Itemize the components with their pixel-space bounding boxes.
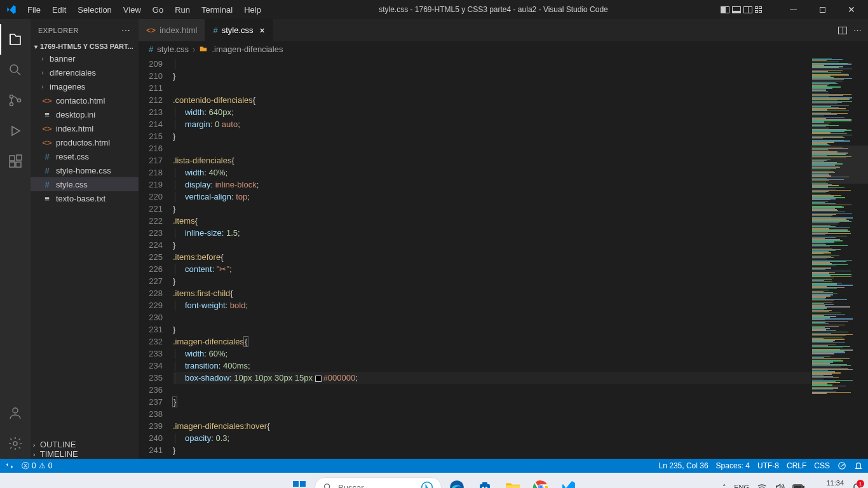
status-eol[interactable]: CRLF — [787, 461, 806, 470]
minimap[interactable] — [811, 57, 868, 459]
svg-rect-19 — [482, 482, 487, 485]
svg-point-8 — [13, 408, 18, 413]
menu-go[interactable]: Go — [147, 3, 168, 17]
activity-explorer-icon[interactable] — [0, 24, 31, 55]
status-notifications-icon[interactable] — [854, 461, 863, 470]
activity-extensions-icon[interactable] — [0, 146, 31, 177]
activity-search-icon[interactable] — [0, 55, 31, 85]
window-close-button[interactable]: ✕ — [839, 0, 864, 19]
project-root-label: 1769-HTML5 Y CSS3 PART... — [40, 43, 133, 50]
outline-label: OUTLINE — [40, 440, 76, 449]
system-tray: ˄ ENG 11:34 28/5/2023 1 — [722, 479, 862, 488]
window-controls: ✕ — [721, 0, 868, 19]
sidebar-explorer: EXPLORER ⋯ ▾ 1769-HTML5 Y CSS3 PART... ›… — [31, 19, 139, 459]
tab-style.css[interactable]: #style.css× — [205, 19, 273, 41]
layout-sidebar-right-icon[interactable] — [743, 6, 752, 13]
status-language[interactable]: CSS — [814, 461, 830, 470]
file-contacto.html[interactable]: <>contacto.html — [31, 93, 139, 107]
activity-accounts-icon[interactable] — [0, 398, 31, 428]
warnings-icon: ⚠ — [39, 461, 46, 470]
wifi-icon[interactable] — [757, 482, 767, 488]
chrome-icon[interactable] — [528, 475, 553, 488]
outline-section[interactable]: › OUTLINE — [31, 440, 139, 449]
status-encoding[interactable]: UTF-8 — [757, 461, 779, 470]
search-icon — [323, 482, 333, 488]
edge-icon[interactable] — [444, 475, 470, 488]
svg-point-15 — [325, 484, 330, 488]
split-editor-icon[interactable] — [838, 27, 847, 34]
svg-rect-12 — [300, 481, 306, 487]
breadcrumb-symbol-icon — [199, 44, 208, 53]
tray-clock[interactable]: 11:34 28/5/2023 — [813, 479, 844, 488]
menu-help[interactable]: Help — [239, 3, 266, 17]
file-index.html[interactable]: <>index.html — [31, 121, 139, 135]
timeline-section[interactable]: › TIMELINE — [31, 449, 139, 459]
file-explorer-icon[interactable] — [500, 475, 526, 488]
taskbar-search[interactable]: Buscar — [315, 477, 442, 488]
code-content[interactable]: │ }.contenido-difenciales{│ width: 640px… — [173, 57, 811, 459]
windows-taskbar: Buscar ˄ ENG 11:34 — [0, 473, 868, 488]
menu-terminal[interactable]: Terminal — [196, 3, 238, 17]
breadcrumb-file-icon: # — [149, 44, 153, 54]
code-editor[interactable]: 2092102112122132142152162172182192202212… — [139, 57, 868, 459]
explorer-more-icon[interactable]: ⋯ — [121, 25, 131, 36]
timeline-label: TIMELINE — [40, 449, 78, 459]
layout-editor-icon[interactable] — [721, 6, 729, 13]
errors-icon: ⓧ — [22, 461, 29, 471]
bing-icon — [421, 481, 433, 488]
menu-bar: FileEditSelectionViewGoRunTerminalHelp — [22, 3, 266, 17]
battery-icon[interactable] — [792, 483, 805, 488]
vscode-taskbar-icon[interactable] — [556, 475, 581, 488]
editor-area: <>index.html#style.css× ⋯ # style.css › … — [139, 19, 868, 459]
file-texto-base.txt[interactable]: ≡texto-base.txt — [31, 191, 139, 205]
file-style.css[interactable]: #style.css — [31, 177, 139, 191]
breadcrumb-file: style.css — [157, 44, 189, 54]
tray-language[interactable]: ENG — [734, 484, 749, 488]
titlebar: FileEditSelectionViewGoRunTerminalHelp s… — [0, 0, 868, 19]
svg-rect-4 — [10, 156, 15, 161]
folder-imagenes[interactable]: ›imagenes — [31, 79, 139, 93]
project-root[interactable]: ▾ 1769-HTML5 Y CSS3 PART... — [31, 41, 139, 51]
file-style-home.css[interactable]: #style-home.css — [31, 163, 139, 177]
window-minimize-button[interactable] — [780, 0, 806, 19]
window-maximize-button[interactable] — [810, 0, 835, 19]
file-productos.html[interactable]: <>productos.html — [31, 135, 139, 149]
menu-view[interactable]: View — [118, 3, 146, 17]
status-cursor[interactable]: Ln 235, Col 36 — [659, 461, 709, 470]
volume-icon[interactable] — [775, 482, 785, 488]
vscode-logo-icon — [0, 4, 22, 15]
file-desktop.ini[interactable]: ≡desktop.ini — [31, 107, 139, 121]
layout-panel-icon[interactable] — [732, 6, 741, 13]
folder-banner[interactable]: ›banner — [31, 51, 139, 65]
status-remote-icon[interactable] — [5, 461, 14, 470]
svg-point-1 — [10, 95, 13, 98]
breadcrumb-separator: › — [193, 44, 195, 54]
menu-file[interactable]: File — [22, 3, 46, 17]
notifications-tray-icon[interactable]: 1 — [851, 482, 862, 488]
menu-edit[interactable]: Edit — [47, 3, 71, 17]
editor-more-icon[interactable]: ⋯ — [853, 25, 862, 35]
activity-settings-icon[interactable] — [0, 428, 31, 459]
status-problems[interactable]: ⓧ0 ⚠0 — [22, 461, 52, 471]
start-button[interactable] — [287, 475, 312, 488]
breadcrumb[interactable]: # style.css › .imagen-difenciales — [139, 41, 868, 57]
file-reset.css[interactable]: #reset.css — [31, 149, 139, 163]
tab-close-icon[interactable]: × — [260, 25, 265, 36]
file-tree: ▾ 1769-HTML5 Y CSS3 PART... ›banner›dife… — [31, 41, 139, 440]
activity-run-debug-icon[interactable] — [0, 116, 31, 146]
svg-point-2 — [10, 103, 13, 106]
svg-rect-7 — [17, 155, 22, 160]
layout-customize-icon[interactable] — [755, 6, 764, 13]
menu-run[interactable]: Run — [170, 3, 195, 17]
tray-chevron-icon[interactable]: ˄ — [722, 484, 726, 489]
activity-source-control-icon[interactable] — [0, 85, 31, 116]
window-title: style.css - 1769-HTML5 y CSS3 parte4 - a… — [266, 5, 721, 14]
store-icon[interactable] — [472, 475, 498, 488]
breadcrumb-symbol: .imagen-difenciales — [212, 44, 283, 54]
folder-diferenciales[interactable]: ›diferenciales — [31, 65, 139, 79]
tab-index.html[interactable]: <>index.html — [139, 19, 205, 41]
menu-selection[interactable]: Selection — [72, 3, 116, 17]
search-placeholder: Buscar — [338, 483, 363, 489]
status-indentation[interactable]: Spaces: 4 — [716, 461, 750, 470]
status-feedback-icon[interactable] — [837, 461, 846, 470]
